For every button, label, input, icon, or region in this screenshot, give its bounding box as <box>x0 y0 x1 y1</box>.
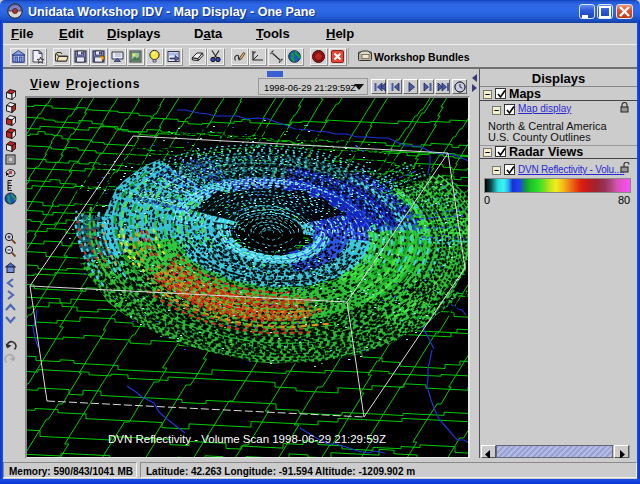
svg-text:DVN Reflectivity - Volume Scan: DVN Reflectivity - Volume Scan 1998-06-2… <box>108 433 386 445</box>
